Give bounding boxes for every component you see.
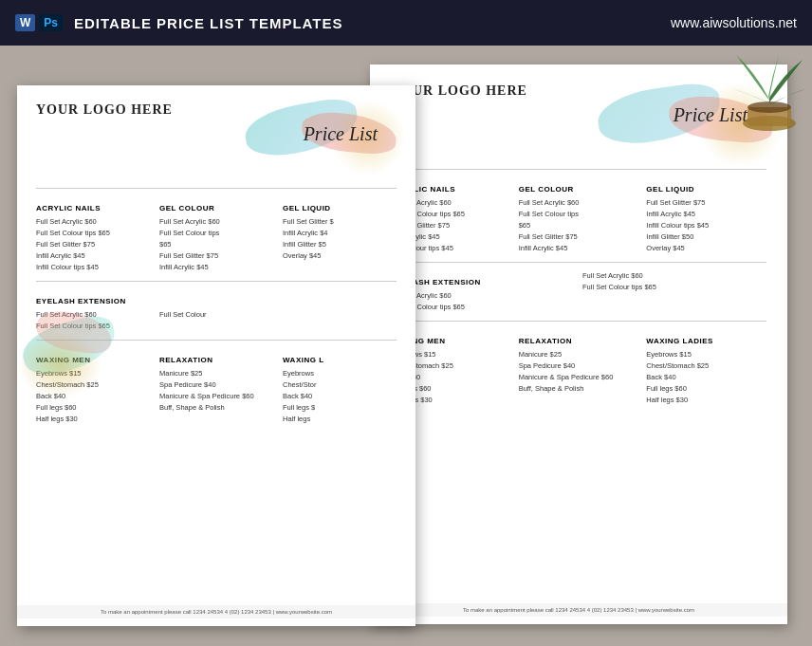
front-gel-colour-item-4: Full Set Glitter $75 [159, 250, 273, 262]
back-gel-colour-section: GEL COLOUR Full Set Acrylic $60 Full Set… [519, 177, 639, 254]
front-document: YOUR LOGO HERE Price List ACRYLIC NAILS … [17, 85, 415, 626]
front-relaxation-item-1: Manicure $25 [159, 368, 273, 379]
front-gel-colour-title: GEL COLOUR [159, 204, 273, 212]
front-acrylic-item-3: Full Set Glitter $75 [36, 239, 150, 250]
front-waxing-men-item-4: Full legs $60 [36, 402, 150, 414]
front-waxing-ladies-section: WAXING L Eyebrows Chest/Stor Back $40 Fu… [283, 348, 397, 425]
back-gel-colour-title: GEL COLOUR [519, 185, 639, 194]
back-gel-liquid-item-3: Infill Colour tips $45 [646, 220, 766, 231]
back-eyelash-item-2: Full Set Colour tips $65 [391, 302, 575, 313]
back-gel-colour-item-5: Infill Acrylic $45 [519, 243, 639, 254]
ps-icon: Ps [39, 14, 63, 31]
front-gel-liquid-item-3: Infill Glitter $5 [283, 239, 397, 250]
back-waxing-ladies-item-3: Back $40 [646, 372, 766, 383]
front-acrylic-section: ACRYLIC NAILS Full Set Acrylic $60 Full … [36, 196, 150, 273]
banner-title: EDITABLE PRICE LIST TEMPLATES [74, 15, 671, 31]
back-gel-colour-item-3: $65 [519, 220, 639, 231]
front-waxing-ladies-item-3: Back $40 [283, 391, 397, 402]
back-eyelash-row: EYELASH EXTENSION Full Set Acrylic $60 F… [391, 270, 766, 313]
front-relaxation-item-2: Spa Pedicure $40 [159, 379, 273, 391]
front-gel-liquid-item-4: Overlay $45 [283, 250, 397, 262]
front-relaxation-title: RELAXATION [159, 356, 273, 364]
front-gel-liquid-title: GEL LIQUID [283, 204, 397, 212]
back-gel-colour-item-4: Full Set Glitter $75 [519, 231, 639, 243]
front-doc-logo: YOUR LOGO HERE [36, 102, 397, 118]
top-banner: W Ps EDITABLE PRICE LIST TEMPLATES www.a… [0, 0, 812, 46]
back-relaxation-section: RELAXATION Manicure $25 Spa Pedicure $40… [519, 329, 639, 406]
back-bottom-row: WAXING MEN Eyebrows $15 Chest/Stomach $2… [391, 329, 766, 406]
front-acrylic-title: ACRYLIC NAILS [36, 204, 150, 212]
front-acrylic-item-4: Infill Acrylic $45 [36, 250, 150, 262]
front-gel-colour-item-5: Infill Acrylic $45 [159, 262, 273, 273]
back-waxing-ladies-item-4: Full legs $60 [646, 383, 766, 395]
back-gel-liquid-section: GEL LIQUID Full Set Glitter $75 Infill A… [646, 177, 766, 254]
back-gel-colour-item-1: Full Set Acrylic $60 [519, 197, 639, 209]
word-icon: W [15, 14, 35, 31]
back-document: YOUR LOGO HERE Price List ACRYLIC NAILS … [370, 65, 787, 624]
back-eyelash2-item-2: Full Set Colour tips $65 [582, 282, 766, 293]
back-eyelash-title: EYELASH EXTENSION [391, 278, 575, 286]
back-gel-colour-item-2: Full Set Colour tips [519, 209, 639, 220]
back-waxing-ladies-section: WAXING LADIES Eyebrows $15 Chest/Stomach… [646, 329, 766, 406]
front-doc-footer: To make an appointment please call 1234 … [17, 605, 415, 618]
back-relaxation-title: RELAXATION [519, 337, 639, 345]
back-waxing-ladies-item-5: Half legs $30 [646, 395, 766, 406]
front-gel-liquid-item-1: Full Set Glitter $ [283, 216, 397, 228]
back-section-row-1: ACRYLIC NAILS Full Set Acrylic $60 Full … [391, 177, 766, 254]
front-waxing-ladies-item-1: Eyebrows [283, 368, 397, 379]
back-gel-liquid-title: GEL LIQUID [646, 185, 766, 194]
back-relaxation-item-4: Buff, Shape & Polish [519, 383, 639, 395]
front-eyelash-col3 [283, 309, 397, 332]
front-relaxation-item-4: Buff, Shape & Polish [159, 402, 273, 414]
front-doc-script-title: Price List [304, 123, 378, 145]
back-eyelash-item-1: Full Set Acrylic $60 [391, 290, 575, 302]
front-section-row-1: ACRYLIC NAILS Full Set Acrylic $60 Full … [36, 196, 397, 273]
front-relaxation-section: RELAXATION Manicure $25 Spa Pedicure $40… [159, 348, 273, 425]
back-eyelash-section2: Full Set Acrylic $60 Full Set Colour tip… [582, 270, 766, 313]
back-eyelash-section: EYELASH EXTENSION Full Set Acrylic $60 F… [391, 270, 575, 313]
front-eyelash-item-3: Full Set Colour [159, 309, 273, 321]
divider-1 [391, 169, 766, 170]
front-gel-colour-item-1: Full Set Acrylic $60 [159, 216, 273, 228]
divider-3 [391, 321, 766, 322]
front-waxing-ladies-title: WAXING L [283, 356, 397, 364]
divider-2 [391, 262, 766, 263]
front-waxing-men-item-5: Half legs $30 [36, 414, 150, 425]
front-gel-liquid-section: GEL LIQUID Full Set Glitter $ Infill Acr… [283, 196, 397, 273]
back-waxing-ladies-item-1: Eyebrows $15 [646, 349, 766, 360]
back-waxing-ladies-item-2: Chest/Stomach $25 [646, 360, 766, 372]
back-eyelash2-item-1: Full Set Acrylic $60 [582, 270, 766, 282]
back-gel-liquid-item-1: Full Set Glitter $75 [646, 197, 766, 209]
front-acrylic-item-5: Infill Colour tips $45 [36, 262, 150, 273]
plant-decoration [698, 46, 812, 131]
front-eyelash-title: EYELASH EXTENSION [36, 297, 397, 305]
back-waxing-ladies-title: WAXING LADIES [646, 337, 766, 345]
front-gel-liquid-item-2: Infill Acrylic $4 [283, 228, 397, 239]
front-divider-2 [36, 281, 397, 282]
svg-point-2 [747, 102, 791, 113]
front-divider-1 [36, 188, 397, 189]
back-relaxation-item-2: Spa Pedicure $40 [519, 360, 639, 372]
back-doc-footer: To make an appointment please call 1234 … [370, 603, 787, 617]
front-gel-colour-item-2: Full Set Colour tips [159, 228, 273, 239]
back-relaxation-item-1: Manicure $25 [519, 349, 639, 360]
front-gel-colour-section: GEL COLOUR Full Set Acrylic $60 Full Set… [159, 196, 273, 273]
front-relaxation-item-3: Manicure & Spa Pedicure $60 [159, 391, 273, 402]
back-relaxation-item-3: Manicure & Spa Pedicure $60 [519, 372, 639, 383]
front-waxing-ladies-item-5: Half legs [283, 414, 397, 425]
front-doc-header: YOUR LOGO HERE Price List [36, 102, 397, 178]
front-waxing-ladies-item-2: Chest/Stor [283, 379, 397, 391]
app-icons: W Ps [15, 14, 63, 31]
front-acrylic-item-2: Full Set Colour tips $65 [36, 228, 150, 239]
front-eyelash-col2: Full Set Colour [159, 309, 273, 332]
banner-url: www.aiwsolutions.net [671, 15, 797, 30]
back-gel-liquid-item-5: Overlay $45 [646, 243, 766, 254]
front-acrylic-item-1: Full Set Acrylic $60 [36, 216, 150, 228]
front-gel-colour-item-3: $65 [159, 239, 273, 250]
back-gel-liquid-item-4: Infill Glitter $50 [646, 231, 766, 243]
back-gel-liquid-item-2: Infill Acrylic $45 [646, 209, 766, 220]
front-waxing-ladies-item-4: Full legs $ [283, 402, 397, 414]
